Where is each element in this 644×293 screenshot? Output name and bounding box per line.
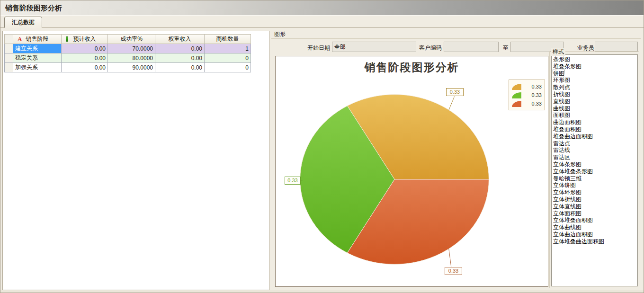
table-row: 稳定关系0.0080.00000.000 [5, 53, 251, 63]
value-cell[interactable]: 0.00 [155, 63, 205, 72]
status-strip [0, 290, 644, 293]
style-group-label: 样式 [551, 48, 565, 56]
row-selector[interactable] [5, 63, 13, 72]
style-option[interactable]: 立体饼图 [553, 182, 637, 189]
stage-cell[interactable]: 加强关系 [13, 63, 62, 72]
style-option[interactable]: 立体环形图 [553, 189, 637, 196]
chart-title: 销售阶段图形分析 [276, 60, 548, 75]
column-header-opportunity-count[interactable]: 商机数量 [205, 35, 251, 44]
value-cell[interactable]: 0.00 [155, 44, 205, 53]
table-row: 建立关系0.0070.00000.001 [5, 44, 251, 53]
style-option[interactable]: 雷达点 [553, 140, 637, 147]
style-option[interactable]: 曼哈顿三维 [553, 175, 637, 182]
value-cell[interactable]: 0 [205, 53, 251, 63]
sales-stage-table: A 销售阶段 预计收入 成功率% 权重收入 商机数量 [4, 34, 251, 72]
style-option[interactable]: 雷达区 [553, 154, 637, 161]
value-cell[interactable]: 1 [205, 44, 251, 53]
value-cell[interactable]: 0.00 [62, 63, 108, 72]
style-option[interactable]: 散列点 [553, 84, 637, 91]
style-option[interactable]: 直线图 [553, 98, 637, 105]
row-selector[interactable] [5, 53, 13, 63]
start-date-label: 开始日期 [307, 44, 330, 52]
pie-chart [276, 56, 548, 286]
value-cell[interactable]: 70.0000 [108, 44, 155, 53]
style-option[interactable]: 立体曲边面积图 [553, 231, 637, 238]
style-option[interactable]: 立体堆叠面积图 [553, 217, 637, 224]
legend-swatch [512, 84, 521, 90]
style-option[interactable]: 立体面积图 [553, 210, 637, 217]
column-label: 商机数量 [216, 36, 239, 42]
chart-legend: 0.33 0.33 0.33 [509, 80, 545, 110]
legend-value: 0.33 [532, 92, 542, 98]
stage-cell[interactable]: 稳定关系 [13, 53, 62, 63]
style-option[interactable]: 堆叠曲边面积图 [553, 133, 637, 140]
slice-value-label: 0.33 [445, 267, 462, 275]
chart-area: 销售阶段图形分析 0.33 0.33 0.33 0.33 0.33 0.33 [275, 56, 548, 287]
title-bar: 销售阶段图形分析 [0, 0, 644, 16]
style-option[interactable]: 立体直线图 [553, 203, 637, 210]
style-option[interactable]: 折线图 [553, 91, 637, 98]
value-cell[interactable]: 80.0000 [108, 53, 155, 63]
graph-group-label: 图形 [274, 30, 286, 38]
label-connector [449, 97, 455, 110]
legend-value: 0.33 [532, 101, 542, 107]
value-cell[interactable]: 0 [205, 63, 251, 72]
column-header-weighted-income[interactable]: 权重收入 [155, 35, 205, 44]
value-cell[interactable]: 0.00 [155, 53, 205, 63]
column-header-stage[interactable]: A 销售阶段 [13, 35, 62, 44]
column-label: 销售阶段 [26, 36, 49, 42]
style-option[interactable]: 雷达线 [553, 147, 637, 154]
tab-strip: 汇总数据 [0, 16, 644, 28]
legend-entry: 0.33 [512, 91, 542, 99]
table-row: 加强关系0.0090.00000.000 [5, 63, 251, 72]
style-option[interactable]: 曲线图 [553, 105, 637, 112]
legend-entry: 0.33 [512, 99, 542, 108]
column-header-success-rate[interactable]: 成功率% [108, 35, 155, 44]
slice-value-label: 0.33 [285, 177, 301, 185]
window-title: 销售阶段图形分析 [5, 4, 62, 13]
legend-value: 0.33 [532, 84, 542, 89]
value-cell[interactable]: 0.00 [62, 44, 108, 53]
legend-entry: 0.33 [512, 82, 542, 91]
style-option[interactable]: 面积图 [553, 112, 637, 119]
green-indicator-icon [66, 36, 68, 42]
to-label: 至 [503, 44, 509, 52]
row-selector[interactable] [5, 44, 13, 53]
column-label: 权重收入 [169, 36, 191, 42]
style-option[interactable]: 堆叠面积图 [553, 126, 637, 133]
customer-code-input[interactable] [444, 42, 499, 52]
value-cell[interactable]: 0.00 [62, 53, 108, 63]
style-option[interactable]: 立体折线图 [553, 196, 637, 203]
style-option[interactable]: 环形图 [553, 77, 637, 84]
customer-code-label: 客户编码 [419, 44, 442, 52]
legend-swatch [512, 92, 521, 98]
label-connector [449, 249, 451, 266]
style-option[interactable]: 堆叠条形图 [553, 63, 637, 70]
stage-cell[interactable]: 建立关系 [13, 44, 62, 53]
slice-value-label: 0.33 [446, 88, 464, 96]
app-window: 销售阶段图形分析 汇总数据 A 销售阶段 预计收入 成 [0, 0, 644, 293]
style-option[interactable]: 立体堆叠曲边面积图 [553, 238, 637, 245]
column-label: 成功率% [120, 36, 143, 42]
row-selector-header [5, 35, 13, 44]
column-label: 预计收入 [73, 36, 96, 42]
salesman-input[interactable] [595, 42, 638, 52]
summary-panel: A 销售阶段 预计收入 成功率% 权重收入 商机数量 [2, 31, 269, 290]
style-option[interactable]: 立体条形图 [553, 161, 637, 168]
start-date-input[interactable] [332, 42, 416, 52]
table-header-row: A 销售阶段 预计收入 成功率% 权重收入 商机数量 [5, 35, 251, 44]
sort-a-icon: A [18, 36, 22, 43]
group-divider [271, 38, 641, 39]
value-cell[interactable]: 90.0000 [108, 63, 155, 72]
style-option[interactable]: 曲边面积图 [553, 119, 637, 126]
style-list[interactable]: 条形图堆叠条形图饼图环形图散列点折线图直线图曲线图面积图曲边面积图堆叠面积图堆叠… [551, 54, 638, 286]
tab-summary-data[interactable]: 汇总数据 [4, 17, 42, 28]
style-option[interactable]: 饼图 [553, 70, 637, 77]
legend-swatch [512, 101, 521, 107]
style-option[interactable]: 立体曲线图 [553, 224, 637, 231]
column-header-expected-income[interactable]: 预计收入 [62, 35, 108, 44]
style-option[interactable]: 条形图 [553, 56, 637, 63]
style-option[interactable]: 立体堆叠条形图 [553, 168, 637, 175]
